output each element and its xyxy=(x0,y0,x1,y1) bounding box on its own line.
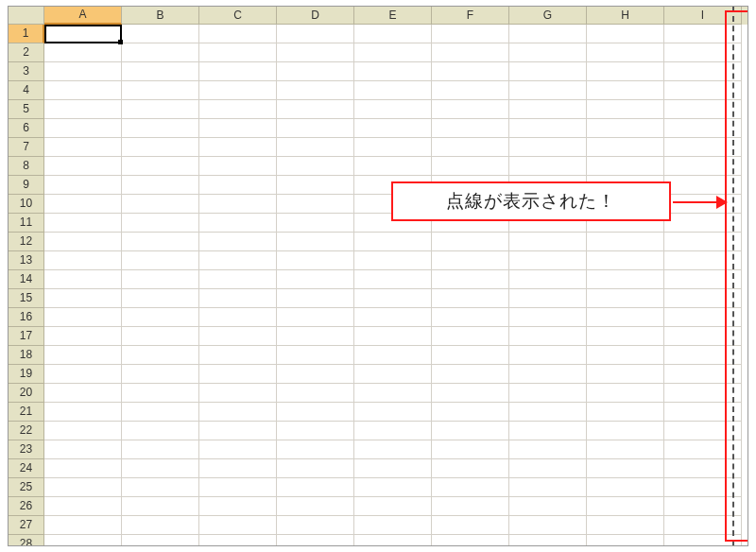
cell[interactable] xyxy=(354,497,432,516)
cell[interactable] xyxy=(587,516,664,535)
cell[interactable] xyxy=(199,384,277,403)
cell[interactable] xyxy=(587,440,664,459)
cell[interactable] xyxy=(664,233,742,251)
row-header-9[interactable]: 9 xyxy=(9,176,44,195)
cell[interactable] xyxy=(122,308,199,327)
cell[interactable] xyxy=(122,516,199,535)
row-header-23[interactable]: 23 xyxy=(9,440,44,459)
cell[interactable] xyxy=(122,157,199,176)
cell[interactable] xyxy=(432,43,509,62)
cell[interactable] xyxy=(277,403,354,422)
cell[interactable] xyxy=(277,25,354,43)
cell[interactable] xyxy=(199,270,277,289)
cell[interactable] xyxy=(354,270,432,289)
cell[interactable] xyxy=(44,100,122,119)
cell[interactable] xyxy=(664,81,742,100)
cell[interactable] xyxy=(664,214,742,233)
row-header-8[interactable]: 8 xyxy=(9,157,44,176)
cell[interactable] xyxy=(509,478,587,497)
cell[interactable] xyxy=(44,403,122,422)
cell[interactable] xyxy=(664,327,742,346)
row-header-6[interactable]: 6 xyxy=(9,119,44,138)
cell[interactable] xyxy=(44,157,122,176)
cell[interactable] xyxy=(277,516,354,535)
cell[interactable] xyxy=(354,384,432,403)
row-header-16[interactable]: 16 xyxy=(9,308,44,327)
cell[interactable] xyxy=(199,233,277,251)
cell[interactable] xyxy=(432,251,509,270)
cell[interactable] xyxy=(122,535,199,546)
cell[interactable] xyxy=(432,365,509,384)
cell[interactable] xyxy=(587,535,664,546)
cell[interactable] xyxy=(199,176,277,195)
cell[interactable] xyxy=(509,25,587,43)
select-all-corner[interactable] xyxy=(9,7,44,25)
row-header-7[interactable]: 7 xyxy=(9,138,44,157)
cell[interactable] xyxy=(432,81,509,100)
cell[interactable] xyxy=(354,81,432,100)
cell[interactable] xyxy=(664,422,742,440)
cell[interactable] xyxy=(664,157,742,176)
cell[interactable] xyxy=(664,43,742,62)
cell[interactable] xyxy=(354,422,432,440)
cell[interactable] xyxy=(664,384,742,403)
cell[interactable] xyxy=(587,100,664,119)
cell[interactable] xyxy=(664,119,742,138)
cell[interactable] xyxy=(44,138,122,157)
cell[interactable] xyxy=(44,251,122,270)
row-header-17[interactable]: 17 xyxy=(9,327,44,346)
cell[interactable] xyxy=(432,327,509,346)
cell[interactable] xyxy=(277,440,354,459)
cell[interactable] xyxy=(587,270,664,289)
cell[interactable] xyxy=(122,440,199,459)
cell[interactable] xyxy=(44,119,122,138)
cell[interactable] xyxy=(354,157,432,176)
cell[interactable] xyxy=(44,214,122,233)
row-header-24[interactable]: 24 xyxy=(9,459,44,478)
cell[interactable] xyxy=(277,459,354,478)
cell[interactable] xyxy=(432,516,509,535)
cell[interactable] xyxy=(664,270,742,289)
column-header-h[interactable]: H xyxy=(587,7,664,25)
cell[interactable] xyxy=(432,403,509,422)
cell[interactable] xyxy=(277,289,354,308)
cell[interactable] xyxy=(277,138,354,157)
cell[interactable] xyxy=(587,497,664,516)
column-header-i[interactable]: I xyxy=(664,7,742,25)
cell[interactable] xyxy=(122,100,199,119)
row-header-14[interactable]: 14 xyxy=(9,270,44,289)
cell[interactable] xyxy=(122,25,199,43)
cell[interactable] xyxy=(432,157,509,176)
cell[interactable] xyxy=(122,384,199,403)
cell[interactable] xyxy=(44,346,122,365)
cell[interactable] xyxy=(199,195,277,214)
cell[interactable] xyxy=(509,403,587,422)
cell[interactable] xyxy=(44,535,122,546)
cell[interactable] xyxy=(354,251,432,270)
cell[interactable] xyxy=(277,43,354,62)
cell[interactable] xyxy=(509,270,587,289)
cell[interactable] xyxy=(587,478,664,497)
cell[interactable] xyxy=(122,195,199,214)
cell[interactable] xyxy=(44,289,122,308)
cell[interactable] xyxy=(664,440,742,459)
cell[interactable] xyxy=(44,25,122,43)
cell[interactable] xyxy=(44,62,122,81)
cell[interactable] xyxy=(432,138,509,157)
cell[interactable] xyxy=(277,308,354,327)
cell[interactable] xyxy=(587,43,664,62)
cell[interactable] xyxy=(509,535,587,546)
cell[interactable] xyxy=(199,440,277,459)
cell[interactable] xyxy=(122,43,199,62)
cell[interactable] xyxy=(509,516,587,535)
cell[interactable] xyxy=(199,43,277,62)
cell[interactable] xyxy=(509,119,587,138)
row-header-21[interactable]: 21 xyxy=(9,403,44,422)
cell[interactable] xyxy=(509,251,587,270)
cell[interactable] xyxy=(587,308,664,327)
cell[interactable] xyxy=(509,62,587,81)
cell[interactable] xyxy=(277,535,354,546)
cell[interactable] xyxy=(354,440,432,459)
row-header-18[interactable]: 18 xyxy=(9,346,44,365)
cell[interactable] xyxy=(122,403,199,422)
